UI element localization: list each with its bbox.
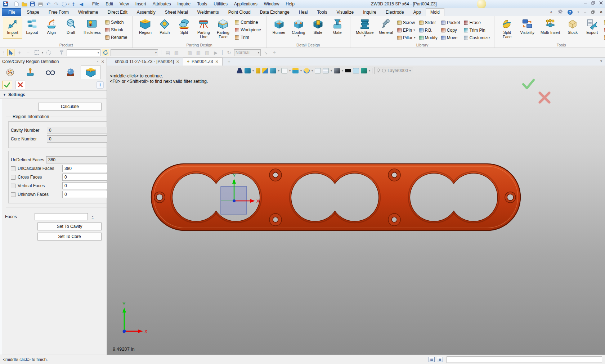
ribbon-button-split[interactable]: Split — [174, 18, 194, 36]
ribbon-button-general[interactable]: General — [376, 18, 396, 36]
pick-tool-icon[interactable] — [7, 49, 14, 56]
tab-close-icon[interactable]: ✕ — [215, 59, 218, 64]
menu-item[interactable]: Attributes — [149, 1, 174, 7]
ribbon-small-button[interactable]: Config▾ — [602, 34, 605, 41]
window-minimize-button[interactable] — [583, 1, 587, 5]
ribbon-small-button[interactable]: Sketch▾ — [602, 19, 605, 26]
undefined-faces-field[interactable] — [46, 156, 112, 163]
column-tool-icon-3[interactable]: ▥ — [203, 49, 211, 56]
render-mode-combo[interactable]: Normal▾ — [234, 49, 261, 56]
ribbon-button-split-face[interactable]: Split Face — [497, 18, 517, 40]
redo-icon[interactable]: ↷ — [53, 1, 60, 7]
ribbon-button-draft[interactable]: Draft — [61, 18, 81, 36]
panel-tab-region[interactable] — [81, 66, 101, 79]
undo-icon[interactable]: ↶ — [45, 1, 52, 7]
ribbon-button-moldbase[interactable]: MoldBase▾ — [353, 18, 376, 39]
core-number-field[interactable] — [47, 135, 112, 143]
settings-section-header[interactable]: ▼ Settings — [0, 91, 107, 99]
ribbon-button-cooling[interactable]: Cooling▾ — [289, 18, 308, 39]
set-to-core-button[interactable]: Set To Core — [37, 233, 102, 241]
ribbon-button-import[interactable]: Import▾ — [3, 18, 22, 39]
ribbon-tab[interactable]: Direct Edit — [103, 8, 132, 16]
save-icon[interactable] — [29, 1, 36, 7]
ribbon-button-thickness[interactable]: Thickness — [81, 18, 103, 36]
ribbon-button-region[interactable]: Region — [135, 18, 155, 36]
ribbon-small-button[interactable]: Copy▾ — [440, 26, 462, 34]
panel-close-button[interactable]: ✕ — [101, 59, 104, 64]
part-list-combo[interactable]: ▾ — [111, 49, 158, 56]
app-logo-icon[interactable] — [2, 1, 9, 7]
column-tool-icon-1[interactable]: ▥ — [186, 49, 193, 56]
panel-float-button[interactable]: ▫ — [97, 59, 98, 64]
status-list-icon[interactable]: ≣ — [437, 357, 443, 362]
ribbon-tab[interactable]: Assembly — [132, 8, 160, 16]
print-icon[interactable] — [37, 1, 44, 7]
ribbon-tab[interactable]: Sheet Metal — [160, 8, 193, 16]
column-tool-icon-2[interactable]: ▥ — [195, 49, 202, 56]
ribbon-button-visibility[interactable]: Visibility — [517, 18, 538, 36]
ribbon-button-stock[interactable]: Stock — [563, 18, 582, 36]
menu-item[interactable]: Window — [261, 1, 283, 7]
panel-tab-visibility[interactable] — [40, 66, 60, 79]
face-checkbox[interactable] — [11, 166, 15, 171]
menu-item[interactable]: Applications — [231, 1, 261, 7]
ribbon-button-multi-insert[interactable]: Multi-Insert — [538, 18, 563, 36]
ribbon-small-button[interactable]: Rename▾ — [104, 34, 129, 41]
set-to-cavity-button[interactable]: Set To Cavity — [37, 223, 102, 230]
ribbon-small-button[interactable]: EPin▾ — [396, 26, 417, 34]
mold-part[interactable] — [151, 164, 520, 230]
selection-set-icon[interactable] — [60, 1, 68, 7]
new-file-icon[interactable] — [13, 1, 20, 7]
ribbon-button-gate[interactable]: Gate — [328, 18, 347, 36]
ribbon-small-button[interactable]: Pillar▾ — [396, 34, 417, 41]
arrow-tool-icon-1[interactable]: ↘ — [262, 49, 269, 56]
arrow-tool-icon-2[interactable]: ⌖ — [271, 49, 278, 56]
ribbon-button-export[interactable]: Export — [582, 18, 602, 36]
align-vertical-icon[interactable]: ▥ — [173, 49, 180, 56]
info-button[interactable]: i — [97, 81, 104, 89]
viewport-cancel-icon[interactable] — [540, 93, 549, 102]
menu-item[interactable]: View — [116, 1, 132, 7]
ribbon-tab[interactable]: Free Form — [44, 8, 73, 16]
ribbon-tab[interactable]: Data Exchange — [255, 8, 294, 16]
collapse-ribbon-icon[interactable]: ∧ — [550, 10, 553, 14]
ribbon-small-button[interactable]: Screw▾ — [396, 19, 417, 26]
cancel-button[interactable] — [15, 81, 25, 89]
ok-button[interactable] — [2, 81, 12, 89]
menu-item[interactable]: Inquire — [174, 1, 194, 7]
ribbon-small-button[interactable]: Trim▾ — [233, 34, 262, 41]
viewport-ok-icon[interactable] — [523, 80, 534, 88]
ribbon-tab[interactable]: Visualize — [332, 8, 358, 16]
ribbon-button-align[interactable]: Align — [42, 18, 61, 36]
ribbon-small-button[interactable]: Erase▾ — [462, 19, 492, 26]
document-tab-shroud[interactable]: shroud 11-27-15.Z3 - [Part004]✕ — [111, 58, 183, 66]
pointer-tool-icon[interactable]: ▶ — [212, 49, 219, 56]
ribbon-tab[interactable]: Wireframe — [73, 8, 103, 16]
faces-input[interactable] — [35, 213, 88, 220]
doc-close-button[interactable]: ✕ — [600, 10, 603, 14]
ribbon-small-button[interactable]: BOM▾ — [602, 26, 605, 33]
help-icon[interactable]: ? — [568, 10, 573, 15]
ribbon-tab[interactable]: App — [409, 8, 426, 16]
ribbon-small-button[interactable]: Combine▾ — [233, 19, 262, 26]
ribbon-small-button[interactable]: P.B.▾ — [418, 26, 439, 34]
help-caret[interactable]: ▾ — [578, 10, 579, 14]
back-icon[interactable]: ◀ — [78, 1, 85, 7]
tab-list-caret[interactable]: ▼ — [600, 59, 603, 63]
doc-restore-button[interactable] — [591, 10, 595, 14]
ribbon-button-patch[interactable]: Patch — [155, 18, 174, 36]
face-checkbox[interactable] — [11, 175, 15, 180]
ribbon-tab[interactable]: Heal — [294, 8, 313, 16]
panel-tab-attributes[interactable] — [0, 66, 20, 79]
face-checkbox[interactable] — [11, 184, 15, 188]
face-checkbox[interactable] — [11, 192, 15, 197]
ribbon-small-button[interactable]: Trim Pin▾ — [462, 26, 492, 34]
panel-tab-render[interactable] — [60, 66, 81, 79]
panel-tab-stamp[interactable] — [20, 66, 40, 79]
tab-close-icon[interactable]: ✕ — [176, 59, 179, 64]
notification-ball-icon[interactable] — [477, 0, 486, 9]
new-tab-button[interactable]: ＋ — [225, 58, 233, 66]
filter-list-icon[interactable]: ⇟ — [70, 1, 77, 7]
ribbon-button-runner[interactable]: Runner — [269, 18, 289, 36]
ribbon-button-parting-line[interactable]: Parting Line — [194, 18, 213, 40]
